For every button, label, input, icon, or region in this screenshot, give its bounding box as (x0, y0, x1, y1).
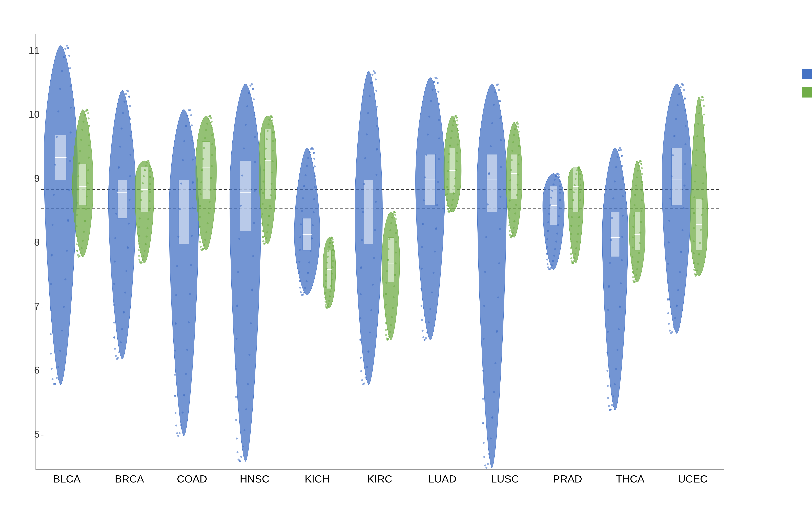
svg-point-215 (186, 349, 188, 351)
svg-point-262 (200, 246, 202, 248)
svg-point-330 (271, 172, 273, 174)
svg-point-317 (270, 183, 272, 185)
svg-point-779 (621, 236, 623, 238)
svg-point-683 (511, 235, 513, 237)
svg-point-555 (421, 319, 423, 321)
svg-point-389 (307, 272, 309, 274)
svg-point-76 (77, 175, 79, 177)
svg-text:9: 9 (34, 173, 40, 184)
svg-point-421 (332, 255, 334, 257)
svg-point-203 (174, 412, 176, 414)
svg-point-712 (547, 221, 550, 223)
svg-point-642 (482, 422, 484, 424)
svg-point-937 (699, 104, 701, 106)
svg-point-906 (696, 135, 698, 137)
svg-point-183 (145, 243, 147, 245)
svg-point-558 (435, 228, 437, 230)
svg-point-381 (300, 291, 302, 293)
svg-point-753 (570, 253, 572, 255)
svg-point-907 (703, 105, 705, 107)
svg-point-25 (50, 333, 52, 335)
svg-point-602 (449, 145, 451, 147)
svg-point-485 (391, 217, 393, 219)
svg-point-462 (375, 174, 377, 176)
svg-point-179 (142, 259, 144, 261)
svg-point-519 (385, 293, 387, 295)
svg-point-295 (237, 271, 239, 273)
svg-point-241 (200, 181, 202, 183)
svg-point-281 (237, 451, 239, 453)
svg-point-749 (570, 233, 572, 235)
svg-point-433 (329, 242, 331, 244)
svg-point-933 (702, 96, 704, 98)
svg-point-559 (423, 339, 425, 341)
svg-point-660 (517, 163, 519, 165)
svg-point-836 (632, 236, 634, 238)
x-label-coad: COAD (161, 473, 223, 485)
x-label-thca: THCA (599, 473, 661, 485)
svg-point-464 (359, 317, 361, 319)
svg-point-279 (254, 114, 256, 116)
svg-point-465 (367, 112, 369, 114)
svg-point-601 (446, 204, 449, 206)
svg-rect-58 (79, 164, 87, 206)
svg-point-885 (668, 323, 670, 325)
svg-point-327 (262, 240, 264, 242)
svg-point-875 (681, 229, 683, 231)
svg-point-633 (483, 456, 485, 458)
svg-point-536 (436, 204, 438, 206)
svg-point-709 (558, 176, 560, 178)
svg-point-675 (508, 217, 510, 219)
svg-point-182 (149, 176, 151, 178)
svg-point-339 (270, 194, 272, 196)
svg-point-742 (579, 173, 581, 175)
svg-point-463 (366, 366, 368, 368)
svg-point-893 (676, 305, 678, 307)
svg-point-332 (261, 203, 263, 205)
svg-point-747 (579, 208, 581, 210)
svg-point-663 (513, 134, 515, 136)
svg-point-611 (484, 464, 486, 466)
svg-text:7: 7 (34, 301, 40, 312)
svg-point-623 (497, 296, 499, 298)
svg-point-631 (499, 117, 501, 119)
svg-point-348 (268, 215, 270, 217)
svg-point-881 (667, 282, 669, 284)
svg-point-687 (513, 220, 515, 222)
svg-point-150 (141, 190, 143, 192)
svg-point-508 (395, 251, 397, 253)
svg-point-375 (314, 186, 316, 188)
svg-point-350 (264, 158, 266, 160)
svg-point-292 (253, 98, 255, 100)
svg-point-247 (211, 134, 213, 136)
svg-point-383 (311, 147, 313, 149)
svg-point-738 (579, 191, 581, 193)
svg-point-934 (702, 182, 704, 184)
svg-point-81 (83, 121, 85, 123)
svg-point-671 (509, 189, 511, 191)
svg-point-49 (69, 85, 71, 87)
svg-point-450 (364, 377, 367, 379)
svg-point-591 (454, 177, 456, 179)
svg-point-57 (63, 56, 65, 58)
svg-point-627 (499, 196, 501, 198)
svg-point-475 (376, 149, 378, 151)
svg-point-677 (518, 131, 520, 133)
svg-point-72 (80, 139, 82, 141)
svg-point-586 (457, 136, 459, 138)
svg-point-78 (87, 169, 89, 171)
svg-point-921 (702, 198, 704, 200)
svg-point-490 (395, 218, 397, 220)
svg-point-53 (67, 47, 69, 49)
svg-point-197 (191, 235, 193, 237)
svg-point-802 (611, 404, 613, 406)
svg-point-37 (61, 330, 63, 332)
svg-point-758 (571, 216, 573, 218)
svg-point-393 (311, 238, 313, 240)
svg-point-645 (496, 331, 498, 333)
svg-point-158 (138, 242, 140, 244)
svg-point-928 (697, 123, 699, 125)
svg-point-250 (202, 158, 204, 160)
svg-point-892 (684, 143, 687, 145)
x-label-kich: KICH (286, 473, 349, 485)
